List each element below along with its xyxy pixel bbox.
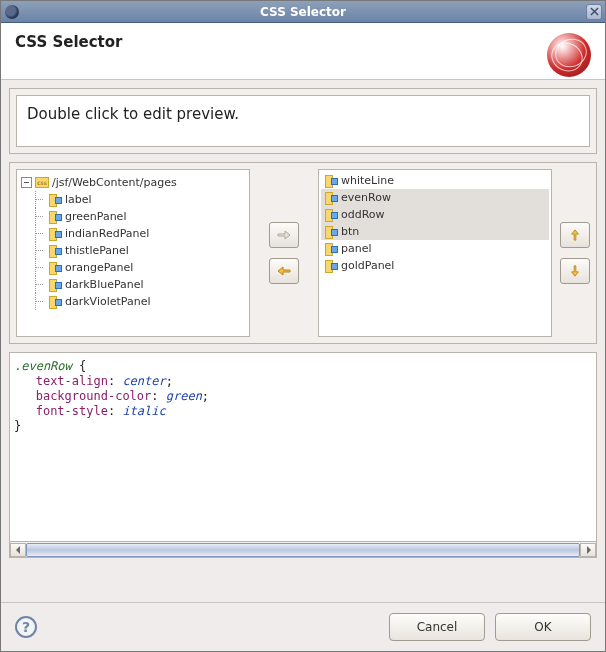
list-item-label: panel (341, 242, 372, 255)
list-item-label: goldPanel (341, 259, 394, 272)
ok-button[interactable]: OK (495, 613, 591, 641)
arrow-left-icon (277, 265, 291, 277)
css-folder-icon: css (35, 177, 49, 188)
window-title: CSS Selector (260, 5, 346, 19)
tree-item[interactable]: darkBluePanel (19, 276, 247, 293)
tree-item-label: label (65, 193, 92, 206)
horizontal-scrollbar[interactable] (9, 542, 597, 558)
help-icon: ? (22, 619, 30, 635)
selector-icon (325, 175, 338, 186)
close-button[interactable] (586, 4, 602, 20)
list-item[interactable]: whiteLine (321, 172, 549, 189)
list-item[interactable]: panel (321, 240, 549, 257)
selector-icon (49, 279, 62, 290)
selector-icon (49, 296, 62, 307)
help-button[interactable]: ? (15, 616, 37, 638)
cancel-button[interactable]: Cancel (389, 613, 485, 641)
close-icon (590, 7, 599, 16)
selector-icon (49, 245, 62, 256)
app-icon (5, 5, 19, 19)
preview-placeholder: Double click to edit preview. (27, 105, 239, 123)
tree-item-label: darkBluePanel (65, 278, 144, 291)
tree-item[interactable]: orangePanel (19, 259, 247, 276)
css-source-view[interactable]: .evenRow { text-align: center; backgroun… (9, 352, 597, 542)
selector-icon (325, 243, 338, 254)
titlebar[interactable]: CSS Selector (1, 1, 605, 23)
collapse-icon[interactable] (21, 177, 32, 188)
list-item[interactable]: btn (321, 223, 549, 240)
arrow-down-icon (568, 265, 582, 277)
tree-item-label: indianRedPanel (65, 227, 149, 240)
list-item-label: whiteLine (341, 174, 394, 187)
selector-icon (325, 192, 338, 203)
tree-item-label: darkVioletPanel (65, 295, 151, 308)
css-file-tree[interactable]: css /jsf/WebContent/pages labelgreenPane… (16, 169, 250, 337)
move-right-button[interactable] (269, 222, 299, 248)
list-item-label: oddRow (341, 208, 385, 221)
selector-list[interactable]: whiteLineevenRowoddRowbtnpanelgoldPanel (318, 169, 552, 337)
code-panel: .evenRow { text-align: center; backgroun… (9, 352, 597, 558)
scrollbar-thumb[interactable] (26, 543, 580, 557)
list-item-label: evenRow (341, 191, 391, 204)
tree-item-label: thistlePanel (65, 244, 129, 257)
tree-item-label: orangePanel (65, 261, 133, 274)
list-item[interactable]: goldPanel (321, 257, 549, 274)
tree-item[interactable]: thistlePanel (19, 242, 247, 259)
scroll-right-button[interactable] (580, 543, 596, 557)
list-item[interactable]: evenRow (321, 189, 549, 206)
page-title: CSS Selector (15, 33, 123, 51)
selector-icon (49, 228, 62, 239)
preview-panel: Double click to edit preview. (9, 88, 597, 154)
selector-icon (49, 194, 62, 205)
move-up-button[interactable] (560, 222, 590, 248)
move-left-button[interactable] (269, 258, 299, 284)
dialog-content: Double click to edit preview. css /jsf/W… (1, 80, 605, 602)
dialog-window: CSS Selector CSS Selector Double click t… (0, 0, 606, 652)
scroll-left-button[interactable] (10, 543, 26, 557)
arrow-up-icon (568, 229, 582, 241)
selector-icon (325, 209, 338, 220)
selector-icon (49, 211, 62, 222)
selector-icon (49, 262, 62, 273)
selector-panel: css /jsf/WebContent/pages labelgreenPane… (9, 162, 597, 344)
arrow-right-icon (277, 229, 291, 241)
tree-item-label: greenPanel (65, 210, 126, 223)
list-item[interactable]: oddRow (321, 206, 549, 223)
tree-root[interactable]: css /jsf/WebContent/pages (19, 174, 247, 191)
tree-root-label: /jsf/WebContent/pages (52, 176, 177, 189)
tree-item[interactable]: indianRedPanel (19, 225, 247, 242)
order-buttons (560, 169, 590, 337)
tree-item[interactable]: darkVioletPanel (19, 293, 247, 310)
preview-area[interactable]: Double click to edit preview. (16, 95, 590, 147)
selector-icon (325, 226, 338, 237)
selector-columns: css /jsf/WebContent/pages labelgreenPane… (16, 169, 590, 337)
tree-item[interactable]: greenPanel (19, 208, 247, 225)
selector-icon (325, 260, 338, 271)
dialog-footer: ? Cancel OK (1, 603, 605, 651)
scrollbar-track[interactable] (26, 543, 580, 557)
move-down-button[interactable] (560, 258, 590, 284)
logo-sphere (547, 33, 591, 77)
list-item-label: btn (341, 225, 359, 238)
dialog-header: CSS Selector (1, 23, 605, 79)
tree-item[interactable]: label (19, 191, 247, 208)
move-buttons (258, 169, 310, 337)
